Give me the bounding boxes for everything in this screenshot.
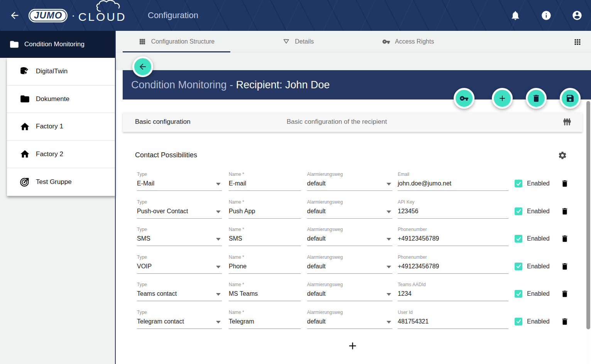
- account-icon[interactable]: [572, 10, 583, 21]
- name-field[interactable]: Name *MS Teams: [229, 282, 301, 301]
- contact-detail-field[interactable]: Emailjohn.doe@jumo.net: [398, 172, 508, 191]
- type-field[interactable]: TypeTeams contact: [137, 282, 222, 301]
- contact-detail-label: Teams AADId: [398, 282, 508, 288]
- alarm-route-value: default: [307, 288, 392, 301]
- tab-details[interactable]: Details: [258, 31, 338, 52]
- folder-icon: [9, 39, 19, 49]
- sidebar-item-label: Factory 2: [36, 150, 63, 158]
- enabled-checkbox[interactable]: [515, 318, 522, 325]
- alarm-route-value: default: [307, 206, 392, 219]
- enabled-checkbox[interactable]: [515, 263, 522, 270]
- contact-detail-field[interactable]: User Id481754321: [398, 310, 508, 329]
- name-field[interactable]: Name *Push App: [229, 199, 301, 219]
- home-icon: [20, 149, 30, 159]
- enabled-checkbox-wrap[interactable]: Enabled: [515, 207, 550, 215]
- enabled-checkbox[interactable]: [515, 180, 522, 187]
- scrollbar-thumb[interactable]: [586, 101, 590, 329]
- chevron-down-icon: [216, 321, 221, 324]
- key-icon: [382, 38, 390, 46]
- access-key-button[interactable]: [454, 88, 474, 109]
- name-field[interactable]: Name *Phone: [229, 254, 301, 274]
- contact-detail-label: Phonenumber: [398, 254, 508, 261]
- tab-access-rights[interactable]: Access Rights: [366, 31, 451, 52]
- enabled-checkbox[interactable]: [515, 207, 522, 215]
- sidebar-item-factory-2[interactable]: Factory 2: [7, 141, 115, 169]
- name-field[interactable]: Name *E-mail: [229, 172, 301, 191]
- alarm-route-value: default: [307, 316, 392, 329]
- type-field[interactable]: TypeE-Mail: [137, 172, 222, 191]
- plus-icon: [498, 94, 507, 103]
- type-value: Telegram contact: [137, 316, 222, 329]
- alarm-route-field[interactable]: Alarmierungswegdefault: [307, 199, 392, 219]
- enabled-checkbox-wrap[interactable]: Enabled: [515, 180, 550, 187]
- trash-icon[interactable]: [561, 289, 569, 298]
- alarm-route-label: Alarmierungsweg: [307, 254, 392, 261]
- tabs-zone: Configuration StructureDetailsAccess Rig…: [116, 31, 591, 70]
- digital-twin-icon: [20, 66, 30, 77]
- scrollbar-track[interactable]: [586, 101, 590, 363]
- alarm-route-field[interactable]: Alarmierungswegdefault: [307, 282, 392, 301]
- sidebar-item-label: Test Gruppe: [36, 178, 72, 186]
- contact-detail-field[interactable]: API Key123456: [398, 199, 508, 219]
- name-field[interactable]: Name *SMS: [229, 227, 301, 246]
- enabled-checkbox-wrap[interactable]: Enabled: [515, 290, 550, 298]
- type-label: Type: [137, 310, 222, 316]
- type-field[interactable]: TypeSMS: [137, 227, 222, 246]
- basic-configuration-row[interactable]: Basic configuration Basic configuration …: [123, 112, 583, 132]
- enabled-label: Enabled: [527, 263, 550, 270]
- alarm-route-label: Alarmierungsweg: [307, 172, 392, 178]
- sidebar-item-dokumente[interactable]: Dokumente: [7, 86, 115, 113]
- sidebar-item-factory-1[interactable]: Factory 1: [7, 113, 115, 141]
- delete-button[interactable]: [526, 88, 547, 109]
- type-label: Type: [137, 172, 222, 178]
- tab-configuration-structure[interactable]: Configuration Structure: [123, 31, 230, 52]
- apps-grid-icon[interactable]: [573, 38, 582, 46]
- enabled-checkbox-wrap[interactable]: Enabled: [515, 263, 550, 270]
- alarm-route-field[interactable]: Alarmierungswegdefault: [307, 227, 392, 246]
- enabled-checkbox[interactable]: [515, 235, 522, 243]
- type-field[interactable]: TypeVOIP: [137, 254, 222, 274]
- gear-icon[interactable]: [558, 151, 567, 160]
- name-field[interactable]: Name *Telegram: [229, 310, 301, 329]
- trash-icon[interactable]: [561, 207, 569, 216]
- back-arrow-icon[interactable]: [9, 10, 20, 21]
- contact-detail-field[interactable]: Teams AADId1234: [398, 282, 508, 301]
- bell-icon[interactable]: [510, 10, 521, 21]
- contact-detail-value: 123456: [398, 206, 508, 219]
- basic-configuration-subtitle: Basic configuration of the recipient: [287, 118, 387, 126]
- tab-label: Configuration Structure: [151, 38, 215, 45]
- name-value: MS Teams: [229, 288, 301, 301]
- enabled-checkbox-wrap[interactable]: Enabled: [515, 235, 550, 243]
- sidebar-item-condition-monitoring[interactable]: Condition Monitoring: [0, 31, 116, 58]
- alarm-route-value: default: [307, 261, 392, 274]
- recipient-banner: Condition Monitoring - Recipient: John D…: [123, 70, 591, 99]
- save-button[interactable]: [560, 88, 581, 109]
- back-button[interactable]: [132, 56, 153, 77]
- main-area: Configuration StructureDetailsAccess Rig…: [116, 31, 591, 364]
- type-field[interactable]: TypeTelegram contact: [137, 310, 222, 329]
- enabled-checkbox-wrap[interactable]: Enabled: [515, 318, 550, 325]
- trash-icon[interactable]: [561, 262, 569, 271]
- chevron-down-icon: [216, 266, 221, 268]
- enabled-checkbox[interactable]: [515, 290, 522, 298]
- type-field[interactable]: TypePush-over Contact: [137, 199, 222, 219]
- contact-row: TypeE-MailName *E-mailAlarmierungswegdef…: [123, 170, 583, 197]
- trash-icon[interactable]: [561, 234, 569, 243]
- trash-icon[interactable]: [561, 317, 569, 326]
- alarm-route-field[interactable]: Alarmierungswegdefault: [307, 310, 392, 329]
- sidebar-item-test-gruppe[interactable]: Test Gruppe: [7, 168, 115, 196]
- type-value: Teams contact: [137, 288, 222, 301]
- alarm-route-field[interactable]: Alarmierungswegdefault: [307, 254, 392, 274]
- banner-title-highlight: Recipient: John Doe: [236, 79, 330, 91]
- add-contact-button[interactable]: [347, 340, 358, 352]
- type-value: E-Mail: [137, 178, 222, 191]
- sidebar-item-digitaltwin[interactable]: DigitalTwin: [7, 58, 115, 86]
- type-value: VOIP: [137, 261, 222, 274]
- tune-sliders-icon[interactable]: [562, 117, 572, 126]
- trash-icon[interactable]: [561, 179, 569, 188]
- info-icon[interactable]: [541, 10, 552, 21]
- contact-detail-field[interactable]: Phonenumber+49123456789: [398, 254, 508, 274]
- contact-detail-field[interactable]: Phonenumber+49123456789: [398, 227, 508, 246]
- alarm-route-field[interactable]: Alarmierungswegdefault: [307, 172, 392, 191]
- add-button[interactable]: [492, 88, 513, 109]
